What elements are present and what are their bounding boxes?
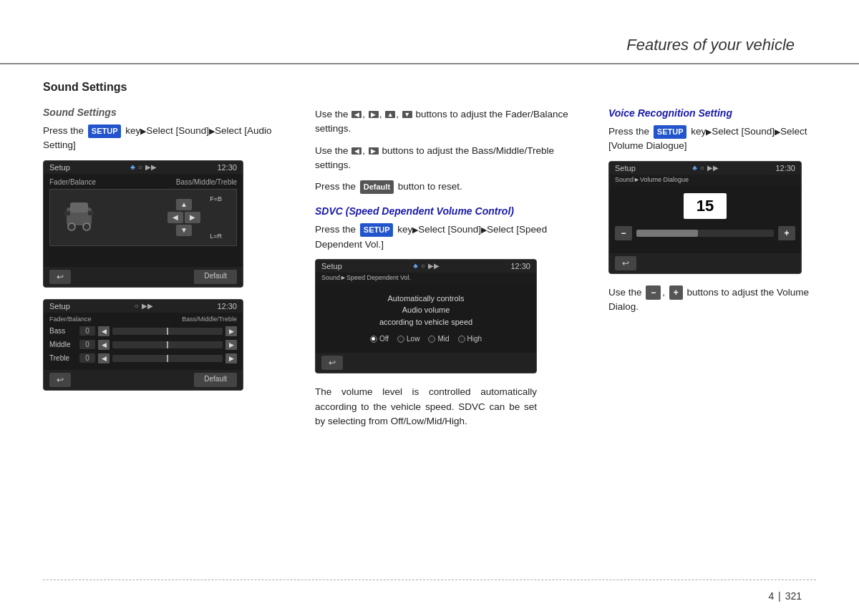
treble-right-arrow[interactable]: ▶ bbox=[225, 353, 237, 363]
screen2-labels-row: Fader/Balance Bass/Middle/Treble Bass 0 … bbox=[44, 313, 243, 370]
radio-mid-dot[interactable] bbox=[428, 336, 435, 343]
eq-row-middle: Middle 0 ◀ ▶ bbox=[49, 340, 237, 350]
header-line bbox=[0, 63, 859, 64]
radio-off-dot[interactable] bbox=[370, 336, 377, 343]
screen2-audio-icon: ▶▶ bbox=[142, 302, 153, 310]
col-label-fader: Fader/Balance bbox=[49, 316, 92, 323]
screen2-col-labels: Fader/Balance Bass/Middle/Treble bbox=[49, 316, 237, 323]
radio-off-label: Off bbox=[379, 335, 389, 343]
bass-left-arrow[interactable]: ◀ bbox=[98, 326, 110, 336]
right-arrow2-icon: ▶ bbox=[369, 147, 379, 155]
screen4-title: Setup bbox=[615, 164, 636, 172]
nav-up-btn[interactable]: ▲ bbox=[176, 199, 192, 210]
nav-left-btn[interactable]: ◀ bbox=[168, 212, 183, 223]
middle-right-arrow[interactable]: ▶ bbox=[225, 340, 237, 350]
screen3-bt-icon: ♣ bbox=[413, 262, 418, 270]
screen3-back-btn[interactable]: ↩ bbox=[321, 356, 343, 370]
label-bass: Bass/Middle/Treble bbox=[176, 178, 237, 186]
screen1-header: Setup ♣ ○ ▶▶ 12:30 bbox=[44, 161, 243, 174]
bass-value: 0 bbox=[79, 326, 95, 336]
left-para1-pre: Press the bbox=[43, 125, 84, 136]
nav-mid-row: ◀ ▶ bbox=[168, 212, 200, 223]
middle-left-arrow[interactable]: ◀ bbox=[98, 340, 110, 350]
screen3-footer: ↩ bbox=[316, 353, 536, 373]
treble-bar bbox=[112, 355, 223, 362]
svg-point-3 bbox=[83, 223, 90, 230]
screen1-default-btn[interactable]: Default bbox=[194, 270, 237, 284]
screen1-body: Fader/Balance Bass/Middle/Treble bbox=[44, 174, 243, 267]
screen3-time: 12:30 bbox=[510, 262, 530, 270]
screen1-footer: ↩ Default bbox=[44, 267, 243, 287]
default-badge: Default bbox=[360, 180, 394, 194]
minus-badge: − bbox=[646, 285, 661, 300]
radio-high-label: High bbox=[467, 335, 482, 343]
mid-para-bass: Use the ◀, ▶ buttons to adjust the Bass/… bbox=[315, 144, 587, 173]
screen1-back-btn[interactable]: ↩ bbox=[49, 270, 71, 284]
radio-low-dot[interactable] bbox=[397, 336, 404, 343]
nav-right-btn[interactable]: ▶ bbox=[185, 212, 200, 223]
middle-bar-tick bbox=[167, 341, 168, 348]
setup-badge-left: SETUP bbox=[88, 124, 122, 138]
screen1: Setup ♣ ○ ▶▶ 12:30 Fader/Balance Bass/Mi… bbox=[43, 160, 243, 288]
bass-bar-tick bbox=[167, 328, 168, 335]
middle-bar bbox=[112, 341, 223, 348]
screen3: Setup ♣ ○ ▶▶ 12:30 Sound►Speed Dependent… bbox=[315, 259, 537, 374]
screen4-back-btn[interactable]: ↩ bbox=[615, 256, 636, 270]
screen4: Setup ♣ ○ ▶▶ 12:30 Sound►Volume Dialogue… bbox=[608, 161, 802, 274]
mid-para-default: Press the Default button to reset. bbox=[315, 180, 587, 194]
col-label-bmt: Bass/Middle/Treble bbox=[182, 316, 237, 323]
label-lr: L=R bbox=[210, 233, 222, 240]
radio-mid-label: Mid bbox=[437, 335, 449, 343]
screen3-body: Automatically controlsAudio volumeaccord… bbox=[316, 284, 536, 353]
car-icon bbox=[63, 197, 95, 238]
screen1-time: 12:30 bbox=[217, 163, 237, 172]
radio-high-dot[interactable] bbox=[458, 336, 465, 343]
screen3-header: Setup ♣ ○ ▶▶ 12:30 bbox=[316, 260, 536, 273]
screen4-breadcrumb: Sound►Volume Dialogue bbox=[609, 175, 801, 186]
screen2-icons: ○ ▶▶ bbox=[135, 302, 153, 310]
vol-plus-btn[interactable]: + bbox=[778, 226, 795, 240]
radio-low: Low bbox=[397, 335, 419, 343]
screen2-back-btn[interactable]: ↩ bbox=[49, 373, 71, 387]
screen2-footer: ↩ Default bbox=[44, 370, 243, 390]
sdvc-para1: Press the SETUP key▶Select [Sound]▶Selec… bbox=[315, 223, 587, 252]
page-sep: | bbox=[778, 590, 781, 602]
screen2-title: Setup bbox=[49, 302, 70, 311]
setup-badge-sdvc: SETUP bbox=[360, 223, 394, 237]
screen2-header: Setup ○ ▶▶ 12:30 bbox=[44, 300, 243, 313]
main-heading: Sound Settings bbox=[43, 81, 286, 94]
footer-line bbox=[43, 580, 816, 580]
vol-slider bbox=[636, 230, 774, 237]
screen2: Setup ○ ▶▶ 12:30 Fader/Balance Bass/Midd… bbox=[43, 299, 243, 391]
vr-title: Voice Recognition Setting bbox=[608, 107, 816, 119]
screen4-time: 12:30 bbox=[775, 164, 795, 172]
screen4-footer: ↩ bbox=[609, 253, 801, 273]
radio-high: High bbox=[458, 335, 482, 343]
vol-minus-btn[interactable]: − bbox=[615, 226, 632, 240]
radio-mid: Mid bbox=[428, 335, 449, 343]
bluetooth-icon: ♣ bbox=[130, 163, 135, 171]
mid-para-fader: Use the ◀, ▶, ▲, ▼ buttons to adjust the… bbox=[315, 107, 587, 137]
screen4-wifi-icon: ○ bbox=[700, 164, 704, 172]
treble-left-arrow[interactable]: ◀ bbox=[98, 353, 110, 363]
left-arrow2-icon: ◀ bbox=[351, 147, 361, 155]
nav-down-btn[interactable]: ▼ bbox=[176, 225, 192, 236]
eq-row-treble: Treble 0 ◀ ▶ bbox=[49, 353, 237, 363]
treble-bar-tick bbox=[167, 355, 168, 362]
radio-options-row: Off Low Mid High bbox=[321, 335, 530, 343]
treble-value: 0 bbox=[79, 353, 95, 363]
screen2-default-btn[interactable]: Default bbox=[194, 373, 237, 387]
page-num: 4 bbox=[768, 590, 774, 602]
screen1-icons: ♣ ○ ▶▶ bbox=[130, 163, 157, 171]
slider-row: − + bbox=[615, 226, 795, 240]
vol-slider-fill bbox=[636, 230, 698, 237]
mid-column: Use the ◀, ▶, ▲, ▼ buttons to adjust the… bbox=[301, 75, 601, 573]
vr-para1: Press the SETUP key▶Select [Sound]▶Selec… bbox=[608, 124, 816, 154]
volume-display: 15 bbox=[684, 193, 727, 219]
svg-rect-5 bbox=[88, 211, 94, 215]
volume-value: 15 bbox=[697, 197, 714, 215]
bass-right-arrow[interactable]: ▶ bbox=[225, 326, 237, 336]
screen3-wifi-icon: ○ bbox=[421, 262, 425, 270]
screen3-breadcrumb: Sound►Speed Dependent Vol. bbox=[316, 273, 536, 284]
sdvc-desc: The volume level is controlled automatic… bbox=[315, 385, 537, 429]
